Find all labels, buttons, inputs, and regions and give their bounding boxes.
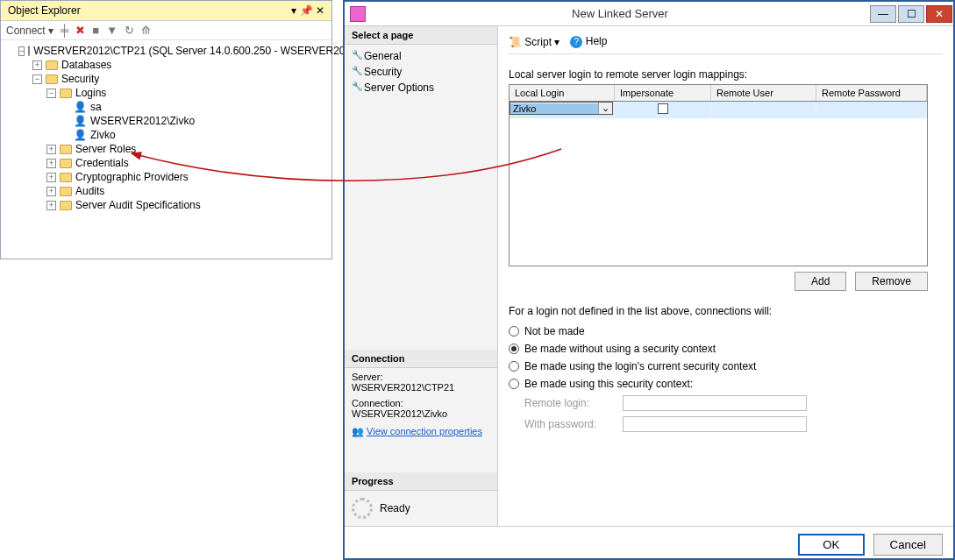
pin-icon[interactable]: ▾ 📌 ✕ [291,4,324,17]
expand-icon[interactable]: + [32,60,42,70]
page-server-options[interactable]: Server Options [352,80,490,96]
server-label: Server: [352,372,490,382]
tree-audits[interactable]: Audits [75,185,104,197]
grid-header: Local Login Impersonate Remote User Remo… [510,85,927,102]
remove-button[interactable]: Remove [855,272,928,291]
new-linked-server-dialog: New Linked Server — ☐ ✕ Select a page Ge… [343,0,955,560]
expand-icon[interactable]: − [32,74,42,84]
dialog-icon [350,6,366,22]
filter-icon[interactable]: ▼ [106,24,118,37]
people-icon: 👥 [352,426,364,436]
help-icon: ? [570,36,582,48]
expand-icon[interactable]: + [46,201,56,210]
connection-value: WSERVER2012\Zivko [352,408,490,419]
script-dropdown[interactable]: 📜 Script ▾ [509,36,559,48]
server-icon [28,46,30,56]
maximize-button[interactable]: ☐ [898,5,924,23]
radio-this-security[interactable]: Be made using this security context: [509,375,943,393]
tree-server[interactable]: WSERVER2012\CTP21 (SQL Server 14.0.600.2… [33,45,345,57]
connection-header: Connection [345,350,497,368]
expand-icon[interactable]: + [46,159,56,168]
col-remote-user[interactable]: Remote User [711,85,816,101]
expand-icon[interactable]: + [46,173,56,182]
expand-icon[interactable]: + [46,145,56,154]
folder-icon [60,159,72,168]
login-item-sa[interactable]: sa [90,101,102,113]
radio-login-security[interactable]: Be made using the login's current securi… [509,358,943,375]
folder-icon [60,201,72,210]
add-button[interactable]: Add [795,272,846,291]
dialog-toolbar: 📜 Script ▾ ? Help [509,33,943,54]
tree-audit-specs[interactable]: Server Audit Specifications [75,199,201,211]
tree-credentials[interactable]: Credentials [75,157,129,169]
folder-icon [60,187,72,196]
remote-login-label: Remote login: [524,397,612,409]
cancel-button[interactable]: Cancel [873,534,944,556]
object-explorer-title: Object Explorer [8,4,81,17]
tree-crypto-providers[interactable]: Cryptographic Providers [75,171,189,183]
view-connection-properties-link[interactable]: View connection properties [367,426,482,436]
connect-dropdown[interactable]: Connect ▾ [6,25,53,37]
mappings-label: Local server login to remote server logi… [509,68,943,81]
folder-icon [60,89,72,98]
connection-info: Server: WSERVER2012\CTP21 Connection: WS… [345,368,497,441]
user-icon: 👤 [74,115,87,127]
toolbar-icon-2[interactable]: ✖ [75,24,85,37]
tree-security[interactable]: Security [61,73,99,85]
progress-area: Ready [345,491,497,526]
login-mappings-grid: Local Login Impersonate Remote User Remo… [509,84,928,266]
object-explorer-tree: −WSERVER2012\CTP21 (SQL Server 14.0.600.… [1,40,331,216]
toolbar-icon-3[interactable]: ■ [92,24,99,37]
col-impersonate[interactable]: Impersonate [615,85,711,101]
radio-without-security[interactable]: Be made without using a security context [509,340,943,358]
object-explorer-toolbar: Connect ▾ ╪ ✖ ■ ▼ ↻ ⟰ [1,21,331,40]
dialog-title: New Linked Server [371,7,869,20]
remote-login-input [623,395,807,411]
remote-user-cell[interactable] [711,102,816,118]
connection-radios: For a login not defined in the list abov… [509,305,943,435]
close-button[interactable]: ✕ [926,5,952,23]
connection-label: Connection: [352,398,490,408]
tree-databases[interactable]: Databases [61,59,111,71]
object-explorer-header: Object Explorer ▾ 📌 ✕ [1,1,331,21]
activity-icon[interactable]: ⟰ [141,24,151,37]
object-explorer-panel: Object Explorer ▾ 📌 ✕ Connect ▾ ╪ ✖ ■ ▼ … [0,0,332,259]
chevron-down-icon[interactable]: ⌄ [598,103,612,114]
page-security[interactable]: Security [352,64,490,80]
progress-status: Ready [380,502,410,514]
user-icon: 👤 [74,101,87,113]
tree-server-roles[interactable]: Server Roles [75,143,136,155]
server-value: WSERVER2012\CTP21 [352,382,490,393]
impersonate-checkbox[interactable] [658,103,668,114]
page-general[interactable]: General [352,48,490,64]
dialog-right-panel: 📜 Script ▾ ? Help Local server login to … [498,26,953,526]
refresh-icon[interactable]: ↻ [125,24,134,37]
local-login-combo[interactable]: Zivko ⌄ [510,102,613,115]
col-remote-password[interactable]: Remote Password [816,85,927,101]
radio-not-be-made[interactable]: Not be made [509,323,943,340]
grid-row[interactable]: Zivko ⌄ [510,102,927,118]
ok-button[interactable]: OK [798,534,864,556]
select-page-header: Select a page [345,26,497,45]
login-item-wserver-zivko[interactable]: WSERVER2012\Zivko [90,115,195,127]
folder-icon [60,173,72,182]
folder-icon [60,145,72,154]
minimize-button[interactable]: — [870,5,896,23]
toolbar-icon-1[interactable]: ╪ [61,24,68,37]
expand-icon[interactable]: + [46,187,56,196]
user-icon: 👤 [74,129,87,141]
expand-icon[interactable]: − [18,46,25,56]
with-password-input [623,416,807,432]
dialog-titlebar[interactable]: New Linked Server — ☐ ✕ [345,2,953,26]
not-defined-label: For a login not defined in the list abov… [509,305,943,317]
col-local-login[interactable]: Local Login [510,85,615,101]
with-password-label: With password: [524,418,612,430]
help-button[interactable]: ? Help [570,35,607,48]
dialog-left-panel: Select a page General Security Server Op… [345,26,498,526]
spinner-icon [352,498,373,519]
remote-password-cell[interactable] [816,102,927,118]
tree-logins[interactable]: Logins [75,87,106,99]
expand-icon[interactable]: − [46,89,56,98]
progress-header: Progress [345,472,497,491]
login-item-zivko[interactable]: Zivko [90,129,116,141]
